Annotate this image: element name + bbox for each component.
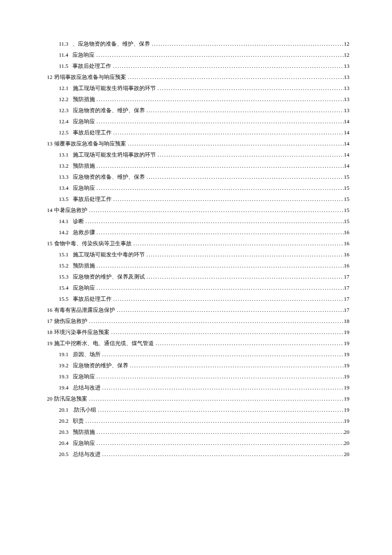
toc-title: 预防措施 bbox=[73, 160, 95, 171]
toc-entry: 14中暑应急救护15 bbox=[47, 205, 349, 216]
toc-entry: 13.1施工现场可能发生坍塌事故的环节14 bbox=[47, 149, 349, 160]
toc-title: 应急响应 bbox=[73, 371, 95, 382]
toc-number: 20 bbox=[47, 393, 52, 404]
toc-number: 12.2 bbox=[59, 94, 69, 105]
toc-entry: 17烧伤应急救护18 bbox=[47, 316, 349, 327]
toc-title: 预防措施 bbox=[73, 94, 95, 105]
toc-entry: 15.5事故后处理工作17 bbox=[47, 293, 349, 305]
toc-number: 19.4 bbox=[59, 382, 69, 393]
toc-entry: 13.3应急物资的准备、维护、保养15 bbox=[47, 171, 349, 183]
toc-leader-dots bbox=[101, 382, 344, 393]
toc-page-number: 19 bbox=[344, 360, 349, 371]
toc-number: 18 bbox=[47, 327, 52, 338]
toc-page-number: 20 bbox=[344, 438, 349, 449]
toc-title: 施工现场可能发生坍塌事故的环节 bbox=[73, 83, 156, 94]
toc-entry: 14.1诊断15 bbox=[47, 216, 349, 227]
toc-title: .防汛小组 bbox=[73, 404, 96, 416]
toc-title: 环境污染事件应急预案 bbox=[54, 327, 110, 338]
toc-page-number: 12 bbox=[344, 49, 349, 61]
toc-number: 15.2 bbox=[59, 260, 69, 271]
toc-entry: 12.3应急物资的准备、维护、保养13 bbox=[47, 105, 349, 116]
toc-entry: 20.1.防汛小组19 bbox=[47, 404, 349, 416]
toc-title: 职责 bbox=[73, 416, 84, 427]
toc-title: 应急物资的维护、保养及测试 bbox=[73, 271, 145, 282]
toc-leader-dots bbox=[95, 94, 344, 105]
toc-title: 应急响应 bbox=[72, 49, 95, 61]
toc-entry: 15.1施工现场可能发生中毒的环节16 bbox=[47, 249, 349, 260]
toc-title: 事故后处理工作 bbox=[73, 293, 112, 305]
toc-number: 15.5 bbox=[59, 293, 69, 305]
toc-leader-dots bbox=[156, 83, 344, 94]
toc-leader-dots bbox=[96, 404, 344, 416]
toc-leader-dots bbox=[126, 72, 344, 83]
toc-leader-dots bbox=[150, 38, 344, 49]
toc-leader-dots bbox=[95, 183, 344, 194]
toc-entry: 19.3应急响应19 bbox=[47, 371, 349, 382]
toc-number: 13.2 bbox=[59, 160, 69, 171]
toc-page-number: 19 bbox=[344, 338, 349, 349]
toc-leader-dots bbox=[87, 393, 344, 404]
toc-entry: 19.4总结与改进19 bbox=[47, 382, 349, 393]
toc-number: 13 bbox=[47, 138, 52, 149]
toc-page-number: 16 bbox=[344, 227, 349, 238]
toc-entry: 19施工中挖断水、电、通信光缆、煤气管道19 bbox=[47, 338, 349, 349]
toc-page-number: 17 bbox=[344, 305, 349, 316]
toc-page-number: 20 bbox=[344, 449, 349, 460]
toc-page-number: 15 bbox=[344, 205, 349, 216]
toc-title: 事故后处理工作 bbox=[73, 127, 112, 138]
toc-title: 中暑应急救护 bbox=[54, 205, 87, 216]
toc-leader-dots bbox=[95, 160, 344, 171]
toc-leader-dots bbox=[156, 149, 344, 160]
toc-title: 原因、场所 bbox=[73, 349, 101, 360]
toc-leader-dots bbox=[95, 282, 344, 293]
toc-page-number: 13 bbox=[344, 61, 349, 72]
toc-number: 11.3 bbox=[59, 38, 68, 49]
toc-entry: 15.2预防措施16 bbox=[47, 260, 349, 271]
toc-page-number: 13 bbox=[344, 105, 349, 116]
toc-leader-dots bbox=[154, 338, 344, 349]
toc-entry: 15.4应急响应17 bbox=[47, 282, 349, 293]
toc-title: 急救步骤 bbox=[73, 227, 95, 238]
toc-title: 应急响应 bbox=[73, 183, 95, 194]
toc-number: 12.4 bbox=[59, 116, 69, 127]
toc-page-number: 15 bbox=[344, 194, 349, 205]
toc-number: 19.2 bbox=[59, 360, 69, 371]
toc-page-number: 13 bbox=[344, 83, 349, 94]
toc-title: 、应急物资的准备、维护、保养 bbox=[72, 38, 150, 49]
toc-leader-dots bbox=[101, 349, 344, 360]
toc-leader-dots bbox=[84, 216, 344, 227]
toc-page-number: 19 bbox=[344, 404, 349, 416]
toc-entry: 15.3应急物资的维护、保养及测试17 bbox=[47, 271, 349, 282]
toc-title: 应急物资的准备、维护、保养 bbox=[73, 171, 145, 183]
toc-leader-dots bbox=[111, 61, 344, 72]
toc-leader-dots bbox=[95, 227, 344, 238]
toc-leader-dots bbox=[101, 449, 344, 460]
toc-page-number: 13 bbox=[344, 72, 349, 83]
toc-number: 12.5 bbox=[59, 127, 69, 138]
toc-leader-dots bbox=[112, 127, 344, 138]
toc-page-number: 20 bbox=[344, 427, 349, 438]
toc-page-number: 18 bbox=[344, 316, 349, 327]
toc-entry: 12.4应急响应14 bbox=[47, 116, 349, 127]
toc-number: 13.4 bbox=[59, 183, 69, 194]
toc-entry: 20.4应急响应20 bbox=[47, 438, 349, 449]
toc-entry: 13倾覆事故应急准备与响应预案14 bbox=[47, 138, 349, 149]
toc-entry: 14.2急救步骤16 bbox=[47, 227, 349, 238]
toc-number: 15 bbox=[47, 238, 52, 249]
toc-page-number: 14 bbox=[344, 138, 349, 149]
toc-number: 13.3 bbox=[59, 171, 69, 183]
toc-title: 预防措施 bbox=[73, 427, 95, 438]
toc-title: 食物中毒、传染疾病等卫生事故 bbox=[54, 238, 132, 249]
toc-title: 坍塌事故应急准备与响应预案 bbox=[54, 72, 126, 83]
toc-number: 12.3 bbox=[59, 105, 69, 116]
toc-title: 总结与改进 bbox=[73, 382, 101, 393]
toc-entry: 12.5事故后处理工作14 bbox=[47, 127, 349, 138]
toc-page-number: 16 bbox=[344, 260, 349, 271]
toc-page-number: 19 bbox=[344, 327, 349, 338]
toc-page-number: 14 bbox=[344, 127, 349, 138]
toc-title: 倾覆事故应急准备与响应预案 bbox=[54, 138, 126, 149]
toc-leader-dots bbox=[128, 360, 344, 371]
toc-page-number: 17 bbox=[344, 271, 349, 282]
toc-number: 12.1 bbox=[59, 83, 69, 94]
toc-title: 施工中挖断水、电、通信光缆、煤气管道 bbox=[54, 338, 154, 349]
